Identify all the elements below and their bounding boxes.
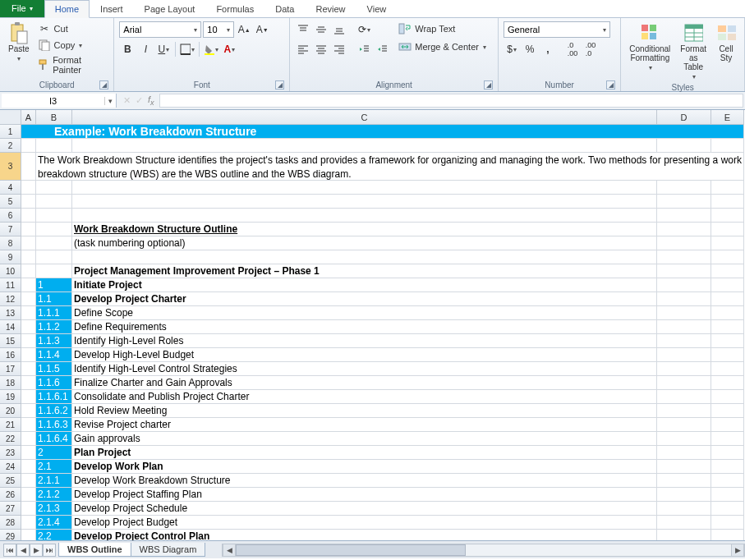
row-header[interactable]: 7 bbox=[0, 223, 21, 236]
paste-button[interactable]: Paste▾ bbox=[5, 21, 33, 64]
cell[interactable] bbox=[657, 446, 711, 460]
cell[interactable]: Consolidate and Publish Project Charter bbox=[72, 390, 657, 404]
tab-home[interactable]: Home bbox=[44, 0, 90, 18]
merge-center-button[interactable]: Merge & Center▾ bbox=[397, 39, 488, 54]
column-header-B[interactable]: B bbox=[36, 110, 72, 125]
cell[interactable] bbox=[657, 236, 711, 250]
cell[interactable] bbox=[21, 306, 36, 320]
tab-pagelayout[interactable]: Page Layout bbox=[134, 0, 206, 17]
cell[interactable] bbox=[21, 250, 36, 264]
cell[interactable]: 2.1.4 bbox=[36, 516, 72, 530]
align-middle-button[interactable] bbox=[313, 21, 329, 38]
row-header[interactable]: 27 bbox=[0, 502, 21, 516]
cell[interactable] bbox=[21, 362, 36, 376]
title-cell[interactable]: Example: Work Breakdown Structure bbox=[21, 125, 744, 139]
bold-button[interactable]: B bbox=[119, 41, 136, 57]
sheet-nav-next[interactable]: ▶ bbox=[30, 544, 43, 557]
cell[interactable] bbox=[21, 516, 36, 530]
cell[interactable] bbox=[21, 223, 36, 236]
cell[interactable] bbox=[711, 292, 744, 306]
row-header[interactable]: 19 bbox=[0, 390, 21, 404]
cell[interactable] bbox=[657, 320, 711, 334]
cell[interactable] bbox=[657, 432, 711, 446]
cell[interactable] bbox=[72, 195, 657, 209]
cell[interactable]: 1.1.1 bbox=[36, 306, 72, 320]
tab-view[interactable]: View bbox=[356, 0, 398, 17]
cell[interactable] bbox=[21, 404, 36, 418]
cell[interactable] bbox=[21, 460, 36, 474]
cell[interactable]: 2.1.3 bbox=[36, 502, 72, 516]
fx-icon[interactable]: fx bbox=[148, 94, 154, 107]
underline-button[interactable]: U▾ bbox=[155, 41, 172, 57]
cell[interactable]: 2 bbox=[36, 446, 72, 460]
row-header[interactable]: 24 bbox=[0, 460, 21, 474]
cell[interactable] bbox=[72, 209, 657, 223]
cell[interactable] bbox=[657, 474, 711, 488]
cell[interactable] bbox=[36, 236, 72, 250]
cell[interactable] bbox=[711, 432, 744, 446]
fill-color-button[interactable]: ▾ bbox=[203, 41, 219, 57]
cell[interactable] bbox=[657, 209, 711, 223]
cell[interactable] bbox=[21, 488, 36, 502]
tab-review[interactable]: Review bbox=[305, 0, 356, 17]
sheet-tab-wbs-diagram[interactable]: WBS Diagram bbox=[131, 543, 206, 557]
sheet-tab-wbs-outline[interactable]: WBS Outline bbox=[58, 543, 131, 557]
cell[interactable] bbox=[711, 195, 744, 209]
cell[interactable]: 1.1.2 bbox=[36, 320, 72, 334]
cell[interactable] bbox=[36, 209, 72, 223]
tab-file[interactable]: File▾ bbox=[0, 0, 44, 17]
cell[interactable] bbox=[711, 530, 744, 540]
cell[interactable] bbox=[657, 376, 711, 390]
font-color-button[interactable]: A▾ bbox=[221, 41, 237, 57]
cell[interactable] bbox=[657, 278, 711, 292]
cell[interactable] bbox=[21, 236, 36, 250]
sheet-nav-last[interactable]: ⏭ bbox=[43, 544, 56, 557]
dialog-launcher-icon[interactable]: ◢ bbox=[99, 80, 108, 90]
cell[interactable] bbox=[711, 362, 744, 376]
cell[interactable]: Project Management Improvement Project –… bbox=[72, 264, 657, 278]
decrease-indent-button[interactable] bbox=[356, 41, 372, 57]
cell[interactable]: 1.1 bbox=[36, 292, 72, 306]
increase-decimal-button[interactable]: .0.00 bbox=[564, 41, 581, 57]
cell[interactable] bbox=[36, 181, 72, 195]
format-as-table-button[interactable]: Format as Table▾ bbox=[677, 21, 710, 82]
row-header[interactable]: 26 bbox=[0, 488, 21, 502]
cell[interactable]: Plan Project bbox=[72, 446, 657, 460]
row-header[interactable]: 4 bbox=[0, 181, 21, 195]
align-bottom-button[interactable] bbox=[331, 21, 347, 38]
row-header[interactable]: 3 bbox=[0, 153, 21, 181]
cell[interactable]: Develop Project Staffing Plan bbox=[72, 488, 657, 502]
worksheet-grid[interactable]: ABCDE 1Example: Work Breakdown Structure… bbox=[0, 110, 745, 540]
cell[interactable] bbox=[657, 418, 711, 432]
cell[interactable]: Gain approvals bbox=[72, 432, 657, 446]
scroll-right-button[interactable]: ▶ bbox=[731, 544, 744, 556]
cell[interactable]: Hold Review Meeting bbox=[72, 404, 657, 418]
decrease-decimal-button[interactable]: .00.0 bbox=[582, 41, 599, 57]
cell[interactable]: 2.2 bbox=[36, 530, 72, 540]
cell[interactable]: 1.1.6.1 bbox=[36, 390, 72, 404]
horizontal-scrollbar[interactable]: ◀ ▶ bbox=[222, 544, 745, 557]
cell-styles-button[interactable]: Cell Sty bbox=[713, 21, 739, 64]
cell[interactable] bbox=[711, 236, 744, 250]
align-top-button[interactable] bbox=[295, 21, 311, 38]
currency-button[interactable]: $▾ bbox=[504, 41, 520, 57]
row-header[interactable]: 21 bbox=[0, 418, 21, 432]
cell[interactable]: Define Scope bbox=[72, 306, 657, 320]
dialog-launcher-icon[interactable]: ◢ bbox=[275, 80, 284, 90]
percent-button[interactable]: % bbox=[522, 41, 538, 57]
cell[interactable] bbox=[21, 278, 36, 292]
cell[interactable] bbox=[711, 460, 744, 474]
row-header[interactable]: 2 bbox=[0, 139, 21, 153]
cell[interactable] bbox=[657, 139, 711, 153]
cell[interactable]: 1.1.5 bbox=[36, 362, 72, 376]
row-header[interactable]: 1 bbox=[0, 125, 21, 139]
cell[interactable]: 1.1.4 bbox=[36, 348, 72, 362]
cell[interactable]: Identify High-Level Control Strategies bbox=[72, 362, 657, 376]
cell[interactable] bbox=[21, 195, 36, 209]
cell[interactable] bbox=[72, 250, 657, 264]
cut-button[interactable]: ✂Cut bbox=[36, 21, 109, 36]
border-button[interactable]: ▾ bbox=[179, 41, 195, 57]
cell[interactable] bbox=[21, 390, 36, 404]
row-header[interactable]: 17 bbox=[0, 362, 21, 376]
font-size-select[interactable]: 10▾ bbox=[203, 21, 234, 38]
